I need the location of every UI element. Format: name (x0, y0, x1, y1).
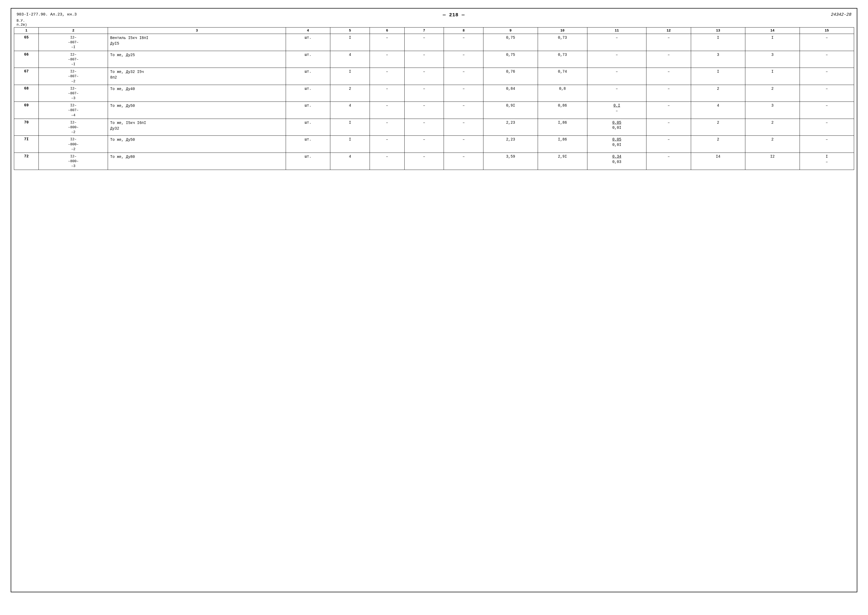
table-row: 65I2––807––IВентиль I5кч I8пIДуI5шт.I–––… (14, 34, 854, 51)
row-num: 67 (14, 68, 39, 85)
th-13: 13 (691, 28, 745, 34)
header-note: В.У.п.2в) (14, 19, 854, 27)
row-cell-10: 0,8 (538, 85, 587, 102)
row-cell-5: 4 (330, 51, 370, 68)
row-desc: То же, Ду32 I5ч8п2 (108, 68, 286, 85)
row-cell-12: – (646, 34, 691, 51)
row-num: 66 (14, 51, 39, 68)
row-cell-6: – (370, 68, 404, 85)
page-header: 903-I-277.90. Ал.23, кн.3 — 218 — 24342-… (14, 11, 854, 18)
row-cell-4: шт. (286, 34, 330, 51)
row-desc: То же, Ду50 (108, 136, 286, 153)
row-cell-11: – (587, 68, 646, 85)
row-cell-4: шт. (286, 51, 330, 68)
row-cell-12: – (646, 85, 691, 102)
row-cell-8: – (444, 68, 484, 85)
row-cell-4: шт. (286, 153, 330, 170)
table-row: 7II2––800––2То же, Ду50шт.I–––2,23I,860,… (14, 136, 854, 153)
th-7: 7 (404, 28, 444, 34)
row-cell-4: шт. (286, 85, 330, 102)
th-12: 12 (646, 28, 691, 34)
row-cell-12: – (646, 119, 691, 136)
row-cell-11: – (587, 34, 646, 51)
row-cell-10: I,86 (538, 119, 587, 136)
header-right: 24342-28 (831, 12, 851, 17)
row-cell-9: 2,23 (484, 136, 538, 153)
row-desc: То же, Ду80 (108, 153, 286, 170)
row-cell-15: I– (799, 153, 854, 170)
row-cell-10: 0,73 (538, 34, 587, 51)
row-code: I2––800––2 (39, 136, 108, 153)
row-cell-11: 0,050,0I (587, 136, 646, 153)
th-1: 1 (14, 28, 39, 34)
row-cell-6: – (370, 102, 404, 119)
row-cell-8: – (444, 85, 484, 102)
row-cell-5: I (330, 68, 370, 85)
row-cell-15: – (799, 102, 854, 119)
row-cell-8: – (444, 136, 484, 153)
row-cell-14: 2 (745, 85, 799, 102)
row-cell-10: 0,73 (538, 51, 587, 68)
main-table: 1 2 3 4 5 6 7 8 9 10 11 12 13 14 15 65I2… (14, 27, 854, 170)
row-cell-10: 0,86 (538, 102, 587, 119)
row-cell-6: – (370, 85, 404, 102)
th-3: 3 (108, 28, 286, 34)
header-left: 903-I-277.90. Ал.23, кн.3 (17, 12, 77, 17)
row-cell-14: I2 (745, 153, 799, 170)
row-code: I2––800––3 (39, 153, 108, 170)
table-row: 70I2––800––2То же, I5кч I6пIДу32шт.I–––2… (14, 119, 854, 136)
row-cell-7: – (404, 85, 444, 102)
row-cell-14: I (745, 68, 799, 85)
row-cell-8: – (444, 119, 484, 136)
row-cell-14: 3 (745, 102, 799, 119)
row-cell-15: – (799, 85, 854, 102)
row-cell-15: – (799, 34, 854, 51)
row-cell-7: – (404, 34, 444, 51)
row-cell-11: – (587, 51, 646, 68)
row-cell-13: 2 (691, 136, 745, 153)
table-row: 67I2––807––2То же, Ду32 I5ч8п2шт.I–––0,7… (14, 68, 854, 85)
table-row: 69I2––807––4То же, Ду50шт.4–––0,9I0,860,… (14, 102, 854, 119)
row-cell-11: 0,050,0I (587, 119, 646, 136)
row-cell-15: – (799, 119, 854, 136)
row-cell-4: шт. (286, 68, 330, 85)
row-cell-4: шт. (286, 102, 330, 119)
row-cell-7: – (404, 51, 444, 68)
row-cell-5: 4 (330, 102, 370, 119)
row-cell-12: – (646, 102, 691, 119)
th-4: 4 (286, 28, 330, 34)
row-cell-8: – (444, 153, 484, 170)
row-cell-4: шт. (286, 136, 330, 153)
row-cell-13: 2 (691, 119, 745, 136)
th-14: 14 (745, 28, 799, 34)
row-cell-6: – (370, 153, 404, 170)
row-cell-13: I (691, 68, 745, 85)
row-cell-8: – (444, 102, 484, 119)
th-8: 8 (444, 28, 484, 34)
row-num: 65 (14, 34, 39, 51)
row-code: I2––807––3 (39, 85, 108, 102)
row-cell-6: – (370, 136, 404, 153)
row-cell-8: – (444, 51, 484, 68)
th-2: 2 (39, 28, 108, 34)
row-cell-15: – (799, 51, 854, 68)
row-cell-10: 0,74 (538, 68, 587, 85)
row-cell-9: 3,59 (484, 153, 538, 170)
row-cell-6: – (370, 119, 404, 136)
row-cell-5: I (330, 34, 370, 51)
row-num: 70 (14, 119, 39, 136)
row-cell-5: I (330, 119, 370, 136)
row-cell-14: 2 (745, 119, 799, 136)
row-cell-13: I4 (691, 153, 745, 170)
row-cell-14: 3 (745, 51, 799, 68)
row-num: 68 (14, 85, 39, 102)
row-cell-7: – (404, 119, 444, 136)
row-num: 72 (14, 153, 39, 170)
row-cell-5: I (330, 136, 370, 153)
row-desc: То же, Ду50 (108, 102, 286, 119)
row-cell-11: 0,I– (587, 102, 646, 119)
row-cell-9: 0,84 (484, 85, 538, 102)
row-code: I2––807––I (39, 51, 108, 68)
row-desc: То же, Ду40 (108, 85, 286, 102)
row-cell-9: 0,75 (484, 34, 538, 51)
